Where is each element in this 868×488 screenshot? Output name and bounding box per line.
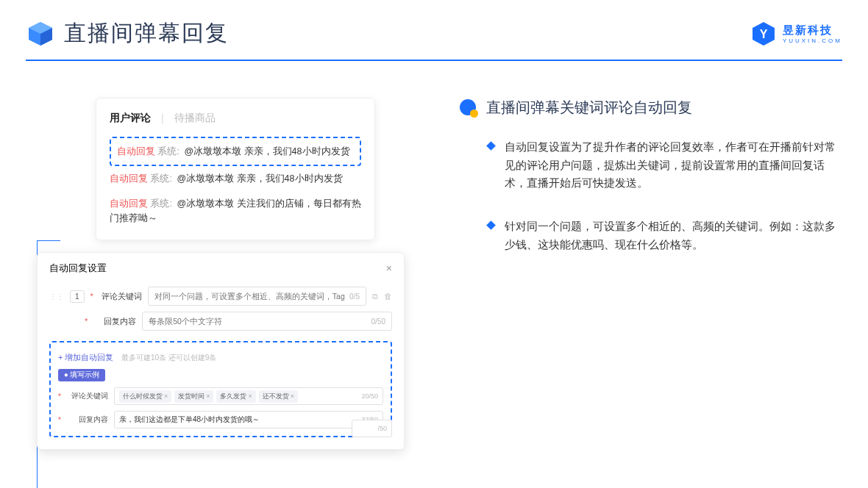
section-title: 直播间弹幕关键词评论自动回复 bbox=[486, 98, 692, 118]
example-keyword-label: 评论关键词 bbox=[67, 391, 108, 401]
modal-title: 自动回复设置 bbox=[49, 262, 107, 275]
bullet-item: 自动回复设置为了提升作者的评论回复效率，作者可在开播前针对常见的评论用户问题，提… bbox=[460, 138, 839, 193]
bullet-item: 针对同一个问题，可设置多个相近的、高频的关键词。例如：这款多少钱、这块能优惠吗、… bbox=[460, 218, 839, 254]
keyword-chip[interactable]: 还不发货× bbox=[259, 390, 298, 403]
connector-line bbox=[37, 240, 60, 241]
cube-icon bbox=[26, 19, 55, 49]
keyword-counter: 0/5 bbox=[349, 293, 360, 301]
required-mark: * bbox=[58, 416, 61, 424]
example-box: + 增加自动回复 最多可建10条 还可以创建9条 ● 填写示例 * 评论关键词 … bbox=[49, 341, 392, 437]
bullet-text: 针对同一个问题，可设置多个相近的、高频的关键词。例如：这款多少钱、这块能优惠吗、… bbox=[505, 218, 839, 254]
content-field[interactable] bbox=[149, 317, 366, 326]
example-content-input[interactable]: 亲，我们这边都是下单48小时内发货的哦～ 37/50 bbox=[114, 411, 383, 428]
company-logo: Y 昱新科技 YUUXIN.COM bbox=[750, 21, 842, 47]
example-content-label: 回复内容 bbox=[67, 415, 108, 425]
comment-row: 自动回复 系统: @冰墩墩本墩 亲亲，我们48小时内发货 bbox=[110, 166, 361, 191]
add-hint: 最多可建10条 还可以创建9条 bbox=[121, 354, 216, 362]
comment-text: @冰墩墩本墩 关注我们的店铺，每日都有热门推荐呦～ bbox=[110, 198, 361, 223]
comment-text: @冰墩墩本墩 亲亲，我们48小时内发货 bbox=[177, 173, 342, 184]
example-keyword-input[interactable]: 什么时候发货× 发货时间× 多久发货× 还不发货× 20/50 bbox=[114, 387, 383, 405]
comment-row: 自动回复 系统: @冰墩墩本墩 关注我们的店铺，每日都有热门推荐呦～ bbox=[110, 191, 361, 231]
comment-card: 用户评论 | 待播商品 自动回复 系统: @冰墩墩本墩 亲亲，我们48小时内发货… bbox=[96, 98, 375, 240]
tab-divider: | bbox=[161, 112, 164, 124]
auto-reply-badge: 自动回复 bbox=[110, 173, 148, 184]
keyword-chip[interactable]: 多久发货× bbox=[216, 390, 255, 403]
copy-icon[interactable]: ⧉ bbox=[372, 292, 378, 301]
system-label: 系统: bbox=[150, 198, 171, 209]
right-panel: 直播间弹幕关键词评论自动回复 自动回复设置为了提升作者的评论回复效率，作者可在开… bbox=[412, 98, 839, 488]
tab-pending-products[interactable]: 待播商品 bbox=[174, 112, 216, 125]
tab-user-comments[interactable]: 用户评论 bbox=[110, 112, 151, 125]
required-mark: * bbox=[58, 392, 61, 401]
example-content-text: 亲，我们这边都是下单48小时内发货的哦～ bbox=[119, 415, 260, 425]
content-counter: 0/50 bbox=[371, 317, 385, 326]
diamond-icon bbox=[486, 220, 496, 230]
diamond-icon bbox=[486, 141, 496, 151]
auto-reply-badge: 自动回复 bbox=[117, 146, 155, 157]
content-input[interactable]: 0/50 bbox=[142, 312, 392, 331]
stray-input[interactable]: /50 bbox=[352, 420, 392, 437]
left-panel: 用户评论 | 待播商品 自动回复 系统: @冰墩墩本墩 亲亲，我们48小时内发货… bbox=[37, 98, 412, 488]
bubble-icon bbox=[460, 99, 477, 117]
svg-text:Y: Y bbox=[760, 28, 768, 40]
keyword-chip[interactable]: 什么时候发货× bbox=[119, 390, 171, 403]
auto-reply-settings-modal: 自动回复设置 × ⋮⋮ 1 * 评论关键词 0/5 ⧉ 🗑 * 回复内容 bbox=[37, 252, 405, 450]
example-keyword-counter: 20/50 bbox=[361, 392, 378, 400]
auto-reply-badge: 自动回复 bbox=[110, 198, 148, 209]
system-label: 系统: bbox=[157, 146, 179, 157]
system-label: 系统: bbox=[150, 173, 171, 184]
example-badge: ● 填写示例 bbox=[58, 369, 105, 381]
add-auto-reply-link[interactable]: + 增加自动回复 bbox=[58, 353, 113, 362]
page-title: 直播间弹幕回复 bbox=[64, 18, 750, 49]
trash-icon[interactable]: 🗑 bbox=[384, 292, 392, 301]
comment-row-highlighted: 自动回复 系统: @冰墩墩本墩 亲亲，我们48小时内发货 bbox=[110, 137, 361, 166]
drag-handle-icon[interactable]: ⋮⋮ bbox=[49, 293, 64, 301]
keyword-label: 评论关键词 bbox=[101, 291, 142, 302]
required-mark: * bbox=[85, 317, 88, 326]
content-label: 回复内容 bbox=[95, 316, 136, 327]
keyword-chip[interactable]: 发货时间× bbox=[174, 390, 213, 403]
comment-text: @冰墩墩本墩 亲亲，我们48小时内发货 bbox=[184, 146, 349, 157]
required-mark: * bbox=[90, 292, 93, 301]
company-name: 昱新科技 bbox=[783, 24, 842, 37]
keyword-field[interactable] bbox=[154, 292, 345, 301]
row-number: 1 bbox=[70, 290, 85, 303]
bullet-text: 自动回复设置为了提升作者的评论回复效率，作者可在开播前针对常见的评论用户问题，提… bbox=[505, 138, 839, 193]
company-sub: YUUXIN.COM bbox=[783, 37, 842, 44]
keyword-input[interactable]: 0/5 bbox=[148, 287, 366, 306]
close-icon[interactable]: × bbox=[386, 262, 392, 274]
